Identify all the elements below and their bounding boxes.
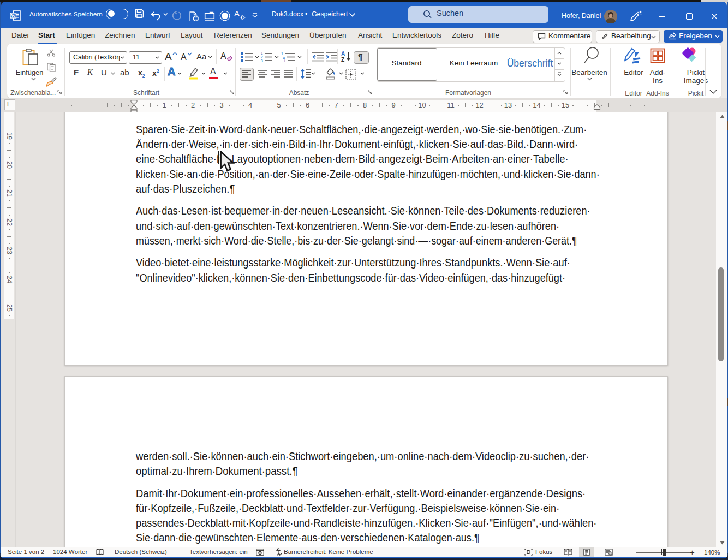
svg-text:W: W [11, 13, 16, 19]
svg-text:i: i [284, 59, 285, 62]
svg-text:3: 3 [261, 59, 263, 63]
svg-text:1: 1 [261, 51, 263, 55]
svg-text:1: 1 [281, 52, 283, 56]
svg-text:A: A [341, 51, 345, 57]
svg-text:Z: Z [341, 57, 344, 63]
